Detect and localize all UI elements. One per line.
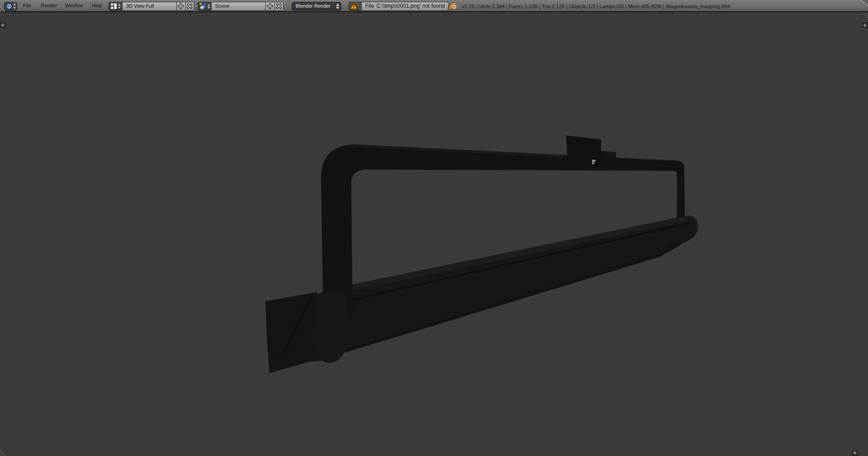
svg-text:i: i bbox=[9, 4, 10, 9]
